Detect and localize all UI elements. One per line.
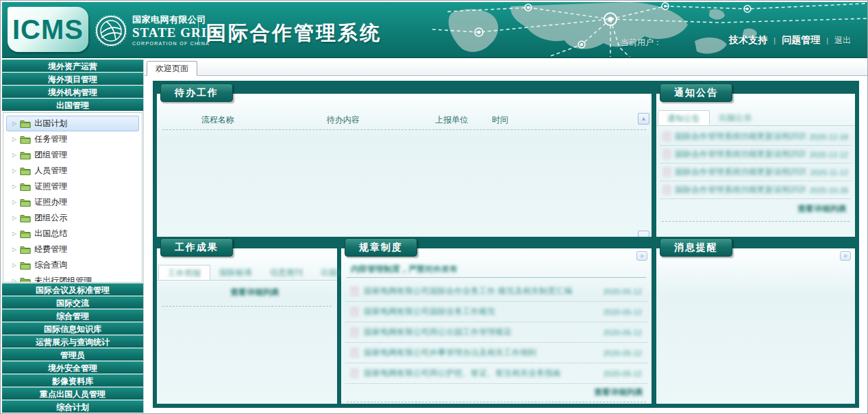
expand-arrow-icon[interactable]: ▷ [12, 136, 16, 142]
document-icon [663, 185, 671, 194]
tab-welcome[interactable]: 欢迎页面 [147, 61, 197, 76]
panel-notices: 通知公告 通知公告 出国公示 [656, 86, 855, 237]
notices-tab[interactable]: 出国公示 [710, 110, 760, 125]
sidebar-section[interactable]: 境外资产运营 [2, 60, 143, 72]
icms-logo-text: ICMS [12, 14, 84, 45]
sidebar-section[interactable]: 出国管理 [2, 99, 143, 111]
tree-item[interactable]: ▷ 任务管理 [6, 131, 139, 147]
notice-item-text: 国际合作管理系统功能更新说明20201212 [675, 148, 806, 160]
app-window: ICMS 国家电网有限公司 STATE GRID CORPORATION OF … [0, 0, 868, 414]
sidebar-section-label: 境外机构管理 [48, 88, 97, 97]
tree-item[interactable]: ▷ 经费管理 [6, 242, 139, 257]
scroll-up-icon[interactable]: ▲ [638, 113, 649, 125]
org-name-en: STATE GRID [132, 26, 217, 40]
sidebar-section[interactable]: 综合管理 [2, 309, 143, 322]
org-name-block: 国家电网有限公司 STATE GRID CORPORATION OF CHINA [132, 15, 217, 47]
logout-link[interactable]: 退出 [834, 35, 851, 47]
achievements-tab-label: 工作简报 [168, 268, 201, 278]
sidebar-section-label: 出国管理 [56, 101, 89, 110]
tree-item-label: 出国总结 [34, 228, 67, 240]
regulation-list-item[interactable]: 国家电网有限公司国际业务工作规范 2020-05-12 [345, 302, 647, 322]
tree-item[interactable]: ▷ 证照管理 [6, 179, 139, 194]
notice-list-item[interactable]: 国际合作管理系统功能更新说明20201212 2020-12-12 [660, 146, 851, 164]
panel-todo: 待办工作 流程名称 待办内容 上报单位 时间 ▲ [157, 86, 652, 237]
expand-arrow-icon[interactable]: ▷ [12, 120, 16, 127]
link-separator: | [826, 36, 828, 44]
expand-arrow-icon[interactable]: ▷ [12, 168, 16, 174]
tech-support-link[interactable]: 技术支持 [729, 34, 767, 47]
tree-item-label: 出国计划 [34, 118, 67, 129]
scroll-down-icon[interactable] [638, 231, 649, 237]
regulation-item-date: 2020-05-12 [604, 308, 642, 316]
regulation-list-item[interactable]: 国家电网有限公司外事管理办法及相关工作细则 2020-05-12 [345, 343, 647, 363]
system-title: 国际合作管理系统 [206, 20, 382, 47]
regulation-list-item[interactable]: 国家电网有限公司国际合作业务工作·规范及相关制度汇编 2020-05-12 [345, 281, 647, 302]
sidebar-section[interactable]: 影像资料库 [2, 374, 143, 387]
tree-item-label: 人员管理 [34, 165, 67, 177]
tree-item[interactable]: ▷ 出国计划 [6, 116, 139, 131]
sidebar-section-label: 影像资料库 [52, 376, 93, 386]
sidebar-section[interactable]: 国际会议及标准管理 [2, 283, 143, 296]
notices-tab[interactable]: 通知公告 [658, 110, 710, 125]
icms-logo: ICMS [8, 7, 88, 52]
regulations-more-link[interactable]: 查看详细列表 [594, 387, 643, 398]
expand-arrow-icon[interactable]: ▷ [12, 262, 16, 268]
achievements-tab[interactable]: 国际标准 [210, 265, 261, 280]
notice-item-date: 2020-10-28 [810, 186, 848, 194]
sidebar-section-label: 管理员 [60, 350, 85, 360]
notice-list-item[interactable]: 国际合作管理系统功能更新说明20201112 2020-11-12 [660, 164, 851, 181]
regulation-list-item[interactable]: 国家电网有限公司因公出国工作管理规定 2020-05-12 [345, 322, 647, 343]
expand-arrow-icon[interactable]: ▷ [12, 199, 16, 205]
notice-list-item[interactable]: 国际合作管理系统功能更新说明20201028 2020-10-28 [660, 181, 851, 199]
sidebar-section[interactable]: 管理员 [2, 348, 143, 361]
sidebar-section[interactable]: 运营展示与查询统计 [2, 335, 143, 348]
achievements-more-link[interactable]: 查看详细列表 [230, 287, 280, 298]
panel-regulations: 规章制度 » 内部管理制度，严禁对外发布 [341, 240, 652, 404]
tree-item[interactable]: ▷ 团组公示 [6, 210, 139, 226]
expand-arrow-icon[interactable]: ▷ [12, 246, 16, 253]
expand-arrow-icon[interactable]: ▷ [12, 231, 16, 237]
sidebar-section[interactable]: 国际交流 [2, 296, 143, 309]
expand-arrow-icon[interactable]: ▷ [12, 278, 16, 283]
expand-panel-icon[interactable]: » [636, 251, 647, 261]
achievements-tab-label: 信息期刊 [270, 268, 303, 277]
tree-item[interactable]: ▷ 团组管理 [6, 147, 139, 163]
sidebar-section[interactable]: 海外项目管理 [2, 73, 143, 85]
expand-arrow-icon[interactable]: ▷ [12, 183, 16, 190]
document-icon [351, 287, 358, 296]
tree-item-label: 证照办理 [34, 196, 67, 208]
world-map-icon [425, 2, 867, 58]
sidebar-section[interactable]: 境外机构管理 [2, 86, 143, 98]
tree-item[interactable]: ▷ 综合查询 [6, 257, 139, 273]
regulation-list-item[interactable]: 国家电网有限公司因公护照、签证、签注相关业务指南 2020-05-12 [345, 363, 647, 384]
regulations-list: 国家电网有限公司国际合作业务工作·规范及相关制度汇编 2020-05-12 [345, 281, 647, 384]
sidebar-section[interactable]: 国际信息知识库 [2, 322, 143, 335]
sidebar-section[interactable]: 综合计划 [2, 400, 143, 413]
achievements-tab[interactable]: 信息期刊 [261, 265, 312, 280]
sidebar-section-label: 境外资产运营 [48, 62, 97, 71]
panel-achievements: 工作成果 工作简报 国际标准 [157, 240, 337, 404]
folder-icon [20, 166, 31, 175]
tree-item[interactable]: ▷ 出国总结 [6, 226, 139, 242]
tree-item[interactable]: ▷ 未出行团组管理 [6, 273, 139, 283]
notices-tab-label: 出国公示 [719, 113, 752, 122]
state-grid-emblem-icon [95, 15, 127, 47]
notice-item-date: 2020-12-18 [810, 133, 848, 141]
tree-item[interactable]: ▷ 证照办理 [6, 194, 139, 210]
notice-list-item[interactable]: 国际合作管理系统功能更新说明20201218 2020-12-18 [660, 128, 851, 146]
expand-panel-icon[interactable]: » [840, 251, 851, 261]
notice-item-text: 国际合作管理系统功能更新说明20201218 [675, 131, 806, 142]
link-separator: | [773, 36, 776, 44]
expand-arrow-icon[interactable]: ▷ [12, 215, 16, 221]
main-area: 欢迎页面 待办工作 流程名称 待办内容 上报单位 时间 [145, 60, 867, 413]
sidebar-section[interactable]: 境外安全管理 [2, 361, 143, 374]
expand-arrow-icon[interactable]: ▷ [12, 152, 16, 158]
sidebar-section[interactable]: 重点出国人员管理 [2, 387, 143, 400]
issue-management-link[interactable]: 问题管理 [782, 34, 820, 47]
tree-item[interactable]: ▷ 人员管理 [6, 163, 139, 179]
panel-todo-title: 待办工作 [160, 83, 233, 102]
sidebar-bottom-sections: 国际会议及标准管理 国际交流 综合管理 国际信息知识库 运营展示与查询统计 [2, 283, 143, 413]
notices-more-link[interactable]: 查看详细列表 [797, 203, 847, 215]
achievements-separator [162, 306, 332, 307]
achievements-tab[interactable]: 工作简报 [158, 265, 210, 280]
